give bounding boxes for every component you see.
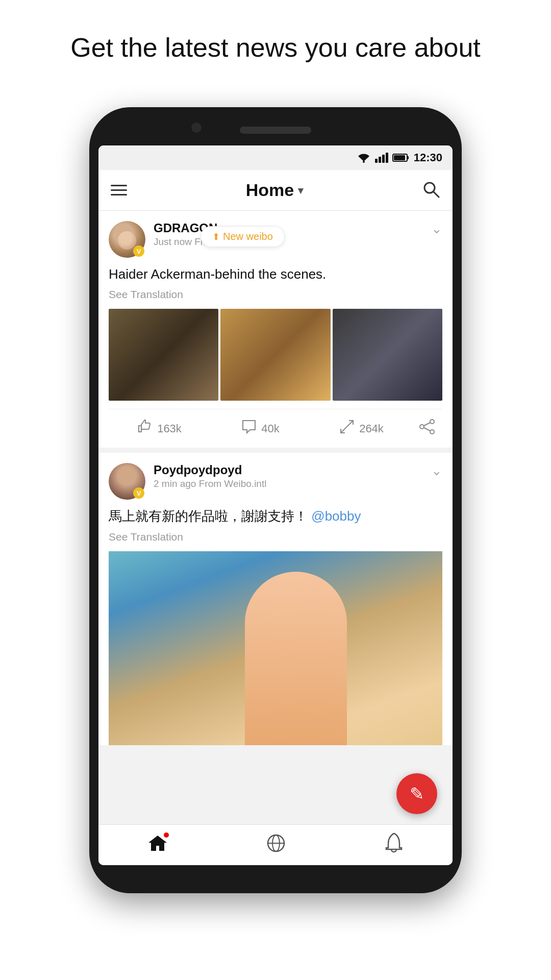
bottom-nav-discover[interactable]	[266, 833, 286, 857]
verified-badge-2: V	[133, 487, 144, 499]
menu-button[interactable]	[111, 185, 127, 195]
signal-icon	[375, 153, 388, 163]
post-meta-1: GDRAGON Just now Fr...	[154, 221, 431, 248]
hamburger-line-2	[111, 189, 127, 191]
svg-line-5	[433, 191, 439, 197]
comment-button-1[interactable]: 40k	[210, 419, 311, 438]
svg-line-10	[424, 428, 430, 431]
avatar-wrap-1: V	[109, 221, 145, 258]
status-time: 12:30	[414, 151, 442, 164]
phone-camera	[191, 122, 202, 133]
like-count-1: 163k	[157, 422, 182, 435]
post-header-1: V GDRAGON Just now Fr... ⬆ New	[109, 221, 442, 258]
phone-speaker	[240, 127, 311, 134]
see-translation-2[interactable]: See Translation	[109, 531, 442, 543]
new-weibo-pill[interactable]: ⬆ New weibo	[201, 226, 285, 247]
bottom-nav-notifications[interactable]	[384, 832, 404, 858]
post-header-2: V Poydpoydpoyd 2 min ago From Weibo.intl…	[109, 463, 442, 500]
feed: V GDRAGON Just now Fr... ⬆ New	[98, 211, 453, 824]
like-button-1[interactable]: 163k	[109, 419, 210, 438]
bottom-nav-home[interactable]	[147, 834, 168, 857]
page-container: Get the latest news you care about	[0, 0, 551, 86]
time-ago-1: Just now	[154, 236, 192, 247]
compose-button[interactable]: ✎	[396, 773, 437, 814]
hamburger-line-1	[111, 185, 127, 186]
edit-icon: ✎	[410, 783, 424, 804]
status-icons: 12:30	[357, 151, 442, 164]
post-subinfo-2: 2 min ago From Weibo.intl	[154, 478, 431, 489]
repost-icon	[339, 419, 355, 438]
hamburger-line-3	[111, 194, 127, 195]
screen: 12:30 Home ▾	[98, 145, 453, 865]
post-card-1: V GDRAGON Just now Fr... ⬆ New	[98, 211, 453, 448]
post-meta-2: Poydpoydpoyd 2 min ago From Weibo.intl	[154, 463, 431, 489]
svg-rect-3	[394, 155, 405, 160]
svg-line-9	[424, 423, 430, 426]
see-translation-1[interactable]: See Translation	[109, 288, 442, 301]
nav-bar: Home ▾	[98, 170, 453, 211]
post-chinese-text-2: 馬上就有新的作品啦，謝謝支持！	[109, 508, 308, 524]
svg-rect-2	[407, 156, 409, 159]
comment-icon	[241, 419, 257, 438]
repost-count-1: 264k	[359, 422, 384, 435]
home-notification-dot	[164, 832, 169, 838]
username-1: GDRAGON	[154, 221, 431, 235]
new-weibo-arrow-icon: ⬆	[212, 231, 220, 242]
bell-icon	[384, 832, 404, 858]
svg-point-0	[363, 161, 365, 163]
svg-point-6	[430, 420, 434, 424]
image-face	[245, 572, 347, 745]
search-icon	[422, 180, 440, 199]
share-button-1[interactable]	[412, 419, 442, 438]
nav-title[interactable]: Home ▾	[246, 180, 303, 200]
post-image-1-1[interactable]	[109, 309, 218, 401]
new-weibo-label: New weibo	[223, 231, 273, 242]
thumb-up-icon	[137, 419, 153, 438]
page-headline: Get the latest news you care about	[0, 0, 551, 86]
post-image-1-2[interactable]	[220, 309, 330, 401]
discover-icon	[266, 833, 286, 857]
search-button[interactable]	[422, 180, 440, 201]
post-mention-2[interactable]: @bobby	[311, 508, 361, 524]
post-text-1: Haider Ackerman-behind the scenes.	[109, 265, 442, 283]
status-bar: 12:30	[98, 145, 453, 170]
post-image-2[interactable]	[109, 551, 442, 745]
bottom-nav	[98, 824, 453, 865]
username-2: Poydpoydpoyd	[154, 463, 431, 477]
post-subinfo-1: Just now Fr...	[154, 236, 431, 248]
avatar-wrap-2: V	[109, 463, 145, 500]
wifi-icon	[357, 152, 371, 163]
repost-button-1[interactable]: 264k	[311, 419, 412, 438]
post-text-2: 馬上就有新的作品啦，謝謝支持！ @bobby	[109, 507, 442, 525]
post-image-1-3[interactable]	[333, 309, 442, 401]
source-label-2: From Weibo.intl	[199, 478, 267, 489]
chevron-down-icon: ▾	[298, 184, 303, 197]
battery-icon	[392, 153, 410, 162]
svg-point-8	[420, 425, 424, 429]
post-chevron-1[interactable]: ⌄	[431, 221, 442, 237]
action-bar-1: 163k 40k	[109, 409, 442, 448]
time-ago-2: 2 min ago	[154, 478, 196, 489]
comment-count-1: 40k	[261, 422, 279, 435]
svg-point-7	[430, 430, 434, 434]
phone-frame: 12:30 Home ▾	[89, 107, 462, 893]
nav-title-text: Home	[246, 180, 294, 200]
post-chevron-2[interactable]: ⌄	[431, 463, 442, 479]
post-card-2: V Poydpoydpoyd 2 min ago From Weibo.intl…	[98, 453, 453, 745]
verified-badge-1: V	[133, 246, 144, 257]
share-icon	[419, 419, 435, 438]
image-grid-1	[109, 309, 442, 401]
